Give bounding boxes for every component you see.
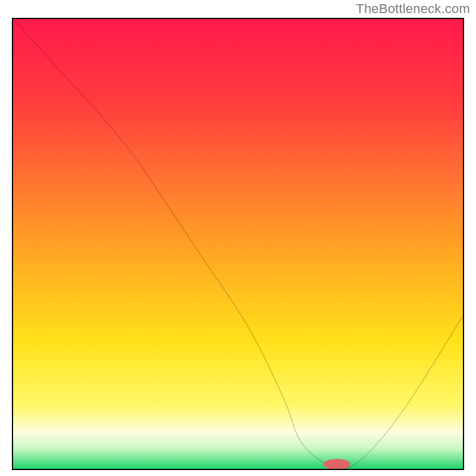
plot-area bbox=[12, 18, 464, 470]
optimal-marker bbox=[13, 19, 463, 469]
watermark-text: TheBottleneck.com bbox=[356, 1, 470, 17]
svg-point-1 bbox=[324, 459, 350, 469]
chart-stage: TheBottleneck.com bbox=[0, 0, 476, 476]
